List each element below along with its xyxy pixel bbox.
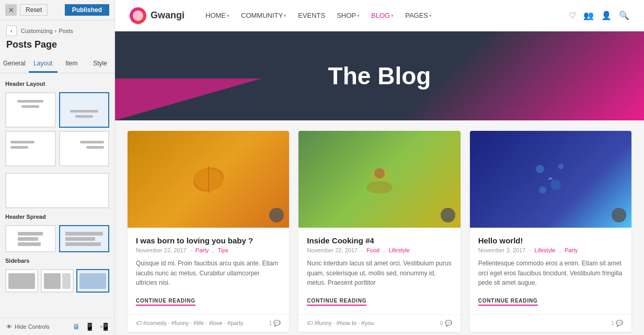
- card-2-tag1[interactable]: Food: [366, 247, 380, 253]
- card-1-date: November 22, 2017: [136, 247, 187, 253]
- tab-general[interactable]: General: [0, 55, 29, 73]
- card-3-title: Hello world!: [478, 236, 623, 245]
- layout-option-1[interactable]: [5, 92, 56, 128]
- layout-option-5[interactable]: [5, 173, 109, 208]
- sidebar-option-full[interactable]: [76, 269, 109, 293]
- panel-footer: 👁 Hide Controls 🖥 📱 📲: [0, 318, 114, 335]
- spread-option-2[interactable]: [59, 225, 110, 252]
- card-3-tag2[interactable]: Party: [565, 247, 578, 253]
- blog-card-1: I was born to loving you baby ? November…: [128, 131, 289, 332]
- users-icon[interactable]: 👥: [583, 10, 594, 20]
- svg-point-6: [536, 165, 544, 173]
- nav-community[interactable]: COMMUNITY ▾: [241, 12, 286, 19]
- card-2-continue[interactable]: CONTINUE READING: [307, 298, 366, 306]
- layout-option-3[interactable]: [5, 131, 56, 166]
- svg-point-4: [374, 168, 385, 178]
- card-2-body: Inside Cooking #4 November 22, 2017 · Fo…: [298, 228, 460, 314]
- hero-title: The Blog: [328, 62, 431, 90]
- blog-cards-area: I was born to loving you baby ? November…: [115, 120, 644, 335]
- spread-grid: [5, 225, 109, 252]
- card-2-footer: 🏷 #funny · #how to · #you 0 💬: [298, 314, 460, 332]
- card-2-excerpt: Nunc interdum lacus sit amet orci. Vesti…: [307, 259, 452, 288]
- layout-option-2[interactable]: [59, 92, 110, 128]
- card-2-avatar: [441, 208, 455, 222]
- heart-icon[interactable]: ♡: [569, 10, 576, 20]
- card-3-body: Hello world! November 3, 2017 · Lifestyl…: [470, 228, 631, 314]
- panel-content: Header Layout: [0, 73, 114, 318]
- close-button[interactable]: ✕: [5, 4, 17, 16]
- nav-pages[interactable]: PAGES ▾: [405, 12, 432, 19]
- card-1-title: I was born to loving you baby ?: [136, 236, 281, 245]
- card-1-tag2[interactable]: Tips: [217, 247, 228, 253]
- svg-point-5: [366, 181, 393, 194]
- logo-circle: [130, 7, 146, 24]
- card-1-continue[interactable]: CONTINUE READING: [136, 298, 196, 306]
- sidebar-option-right[interactable]: [41, 269, 74, 293]
- mobile-icon[interactable]: 📲: [99, 322, 108, 331]
- customizer-panel: ✕ Reset Published ‹ Customizing › Posts …: [0, 0, 115, 335]
- card-3-footer: 1 💬: [470, 314, 631, 332]
- page-title: Posts Page: [0, 38, 114, 55]
- site-nav: Gwangi HOME ▾ COMMUNITY ▾ EVENTS SHOP ▾ …: [115, 0, 644, 31]
- nav-events[interactable]: EVENTS: [298, 12, 325, 19]
- sidebars-label: Sidebars: [5, 258, 109, 264]
- card-2-image: [298, 131, 460, 228]
- hero-section: The Blog: [115, 31, 644, 120]
- card-1-body: I was born to loving you baby ? November…: [128, 228, 289, 314]
- card-3-avatar: [612, 208, 626, 222]
- logo-text: Gwangi: [151, 10, 185, 21]
- hide-controls-button[interactable]: 👁 Hide Controls: [6, 323, 50, 330]
- published-button[interactable]: Published: [65, 4, 109, 16]
- card-3-comments[interactable]: 1 💬: [611, 320, 623, 327]
- card-2-comments[interactable]: 0 💬: [440, 320, 452, 327]
- card-3-meta: November 3, 2017 · Lifestyle , Party: [478, 247, 623, 253]
- card-1-tag1[interactable]: Party: [196, 247, 209, 253]
- nav-blog[interactable]: BLOG ▾: [371, 12, 394, 19]
- nav-icons: ♡ 👥 👤 🔍: [569, 10, 629, 20]
- card-1-meta: November 22, 2017 · Party , Tips: [136, 247, 281, 253]
- blog-card-2: Inside Cooking #4 November 22, 2017 · Fo…: [298, 131, 460, 332]
- reset-button[interactable]: Reset: [20, 4, 48, 16]
- card-1-comments[interactable]: 1 💬: [269, 320, 281, 327]
- card-1-avatar: [269, 208, 284, 222]
- card-2-footer-tags: 🏷 #funny · #how to · #you: [307, 320, 374, 326]
- search-icon[interactable]: 🔍: [619, 10, 629, 20]
- device-icons: 🖥 📱 📲: [73, 322, 108, 331]
- breadcrumb-separator: ›: [55, 28, 57, 34]
- card-2-meta: November 22, 2017 · Food , Lifestyle: [307, 247, 452, 253]
- spread-option-1[interactable]: [5, 225, 56, 252]
- tablet-icon[interactable]: 📱: [85, 322, 94, 331]
- nav-shop[interactable]: SHOP ▾: [337, 12, 360, 19]
- card-2-tag2[interactable]: Lifestyle: [388, 247, 409, 253]
- desktop-icon[interactable]: 🖥: [73, 322, 80, 331]
- breadcrumb-customizing: Customizing: [21, 28, 53, 34]
- card-3-excerpt: Pellentesque commodo eros a enim. Etiam …: [478, 259, 623, 288]
- nav-home[interactable]: HOME ▾: [205, 12, 229, 19]
- svg-point-8: [550, 180, 561, 190]
- header-layout-grid: [5, 92, 109, 166]
- hide-icon: 👁: [6, 323, 12, 330]
- account-icon[interactable]: 👤: [601, 10, 612, 20]
- logo-inner: [133, 10, 143, 21]
- sidebar-option-none[interactable]: [5, 269, 38, 293]
- header-spread-section: Header Spread: [5, 214, 109, 252]
- breadcrumb: ‹ Customizing › Posts: [0, 20, 114, 38]
- blog-cards-grid: I was born to loving you baby ? November…: [128, 131, 631, 332]
- nav-logo[interactable]: Gwangi: [130, 7, 185, 24]
- tab-style[interactable]: Style: [86, 55, 114, 73]
- card-3-continue[interactable]: CONTINUE READING: [478, 298, 538, 306]
- tab-layout[interactable]: Layout: [29, 55, 58, 73]
- panel-topbar: ✕ Reset Published: [0, 0, 114, 20]
- nav-links: HOME ▾ COMMUNITY ▾ EVENTS SHOP ▾ BLOG ▾ …: [205, 12, 432, 19]
- layout-option-4[interactable]: [59, 131, 110, 166]
- card-3-tag1[interactable]: Lifestyle: [534, 247, 555, 253]
- card-1-image: [128, 131, 289, 228]
- card-1-footer: 🏷 #comedy · #funny · #life · #love · #pa…: [128, 314, 289, 332]
- back-button[interactable]: ‹: [6, 26, 17, 36]
- sidebars-section: Sidebars: [5, 258, 109, 293]
- sidebars-grid: [5, 269, 109, 293]
- card-1-excerpt: Quisque id mi. Proin faucibus arcu quis …: [136, 259, 281, 288]
- tab-item[interactable]: Item: [58, 55, 86, 73]
- hide-controls-label: Hide Controls: [15, 323, 50, 330]
- header-spread-label: Header Spread: [5, 214, 109, 220]
